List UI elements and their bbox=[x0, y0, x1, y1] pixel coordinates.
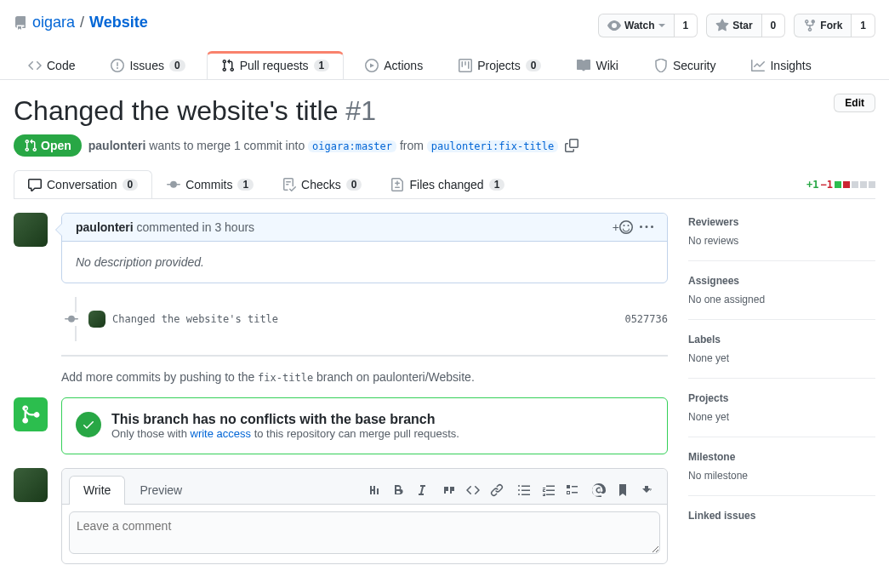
fork-button[interactable]: Fork bbox=[794, 14, 852, 37]
comment-icon bbox=[28, 178, 42, 191]
mention-icon[interactable] bbox=[592, 483, 606, 497]
projects-toggle[interactable]: Projects bbox=[688, 392, 875, 404]
tab-wiki[interactable]: Wiki bbox=[562, 51, 632, 79]
tab-issues[interactable]: Issues0 bbox=[96, 51, 199, 79]
base-branch[interactable]: oigara:master bbox=[308, 140, 396, 152]
projects-value: None yet bbox=[688, 411, 875, 423]
tab-conversation[interactable]: Conversation0 bbox=[14, 170, 152, 198]
star-count[interactable]: 0 bbox=[762, 14, 786, 37]
avatar[interactable] bbox=[88, 311, 105, 328]
tab-files[interactable]: Files changed1 bbox=[376, 170, 519, 198]
commit-icon bbox=[65, 312, 78, 326]
milestone-value: No milestone bbox=[688, 470, 875, 482]
project-icon bbox=[459, 59, 472, 72]
push-hint: Add more commits by pushing to the fix-t… bbox=[14, 370, 668, 384]
reply-icon[interactable] bbox=[640, 483, 653, 497]
file-diff-icon bbox=[390, 178, 404, 191]
merge-title: This branch has no conflicts with the ba… bbox=[111, 412, 459, 427]
repo-owner-link[interactable]: oigara bbox=[32, 14, 75, 31]
assignees-value: No one assigned bbox=[688, 294, 875, 305]
labels-toggle[interactable]: Labels bbox=[688, 334, 875, 345]
quote-icon[interactable] bbox=[442, 483, 456, 497]
pull-request-icon bbox=[221, 59, 235, 72]
star-button[interactable]: Star bbox=[706, 14, 761, 37]
tab-security[interactable]: Security bbox=[640, 51, 731, 79]
comment-input[interactable] bbox=[69, 511, 660, 554]
assignees-toggle[interactable]: Assignees bbox=[688, 275, 875, 287]
pull-request-icon bbox=[24, 139, 37, 152]
tab-pulls[interactable]: Pull requests1 bbox=[207, 51, 345, 79]
caret-down-icon bbox=[658, 24, 665, 27]
tab-code[interactable]: Code bbox=[14, 51, 89, 79]
fork-icon bbox=[803, 19, 817, 32]
watch-button[interactable]: Watch bbox=[598, 14, 675, 37]
repo-title: oigara / Website bbox=[14, 14, 148, 31]
labels-value: None yet bbox=[688, 352, 875, 364]
repo-icon bbox=[14, 16, 27, 30]
tab-actions[interactable]: Actions bbox=[350, 51, 437, 79]
avatar[interactable] bbox=[14, 213, 48, 247]
star-icon bbox=[715, 19, 729, 32]
reviewers-value: No reviews bbox=[688, 235, 875, 247]
task-list-icon[interactable] bbox=[565, 483, 578, 497]
kebab-icon[interactable] bbox=[640, 220, 653, 234]
write-access-link[interactable]: write access bbox=[191, 427, 252, 440]
preview-tab[interactable]: Preview bbox=[125, 476, 197, 504]
watch-count[interactable]: 1 bbox=[675, 14, 698, 37]
book-icon bbox=[577, 59, 590, 72]
tab-commits[interactable]: Commits1 bbox=[152, 170, 268, 198]
merge-desc: Only those with write access to this rep… bbox=[111, 427, 459, 440]
comment-author[interactable]: paulonteri bbox=[76, 220, 134, 234]
write-tab[interactable]: Write bbox=[69, 476, 125, 505]
bookmark-icon[interactable] bbox=[616, 483, 630, 497]
tab-insights[interactable]: Insights bbox=[737, 51, 825, 79]
reviewers-toggle[interactable]: Reviewers bbox=[688, 216, 875, 228]
copy-icon[interactable] bbox=[565, 139, 578, 152]
number-list-icon[interactable] bbox=[541, 483, 555, 497]
smiley-icon bbox=[619, 220, 633, 234]
commit-message[interactable]: Changed the website's title bbox=[112, 313, 618, 325]
avatar[interactable] bbox=[14, 468, 48, 502]
head-branch[interactable]: paulonteri:fix-title bbox=[427, 140, 559, 152]
tab-checks[interactable]: Checks0 bbox=[268, 170, 376, 198]
bullet-list-icon[interactable] bbox=[517, 483, 531, 497]
commit-icon bbox=[167, 178, 180, 191]
code-icon[interactable] bbox=[466, 483, 480, 497]
add-reaction-button[interactable]: + bbox=[613, 220, 633, 234]
checklist-icon bbox=[282, 178, 296, 191]
pr-author[interactable]: paulonteri bbox=[88, 139, 146, 152]
pr-state-badge: Open bbox=[14, 134, 82, 157]
merge-badge bbox=[14, 397, 48, 431]
eye-icon bbox=[607, 19, 621, 32]
repo-name-link[interactable]: Website bbox=[89, 14, 148, 31]
heading-icon[interactable] bbox=[368, 483, 381, 497]
edit-button[interactable]: Edit bbox=[834, 94, 875, 112]
code-icon bbox=[28, 59, 42, 72]
fork-count[interactable]: 1 bbox=[852, 14, 875, 37]
pr-title: Changed the website's title #1 bbox=[14, 94, 376, 128]
issue-icon bbox=[111, 59, 124, 72]
check-icon bbox=[76, 412, 101, 437]
tab-projects[interactable]: Projects0 bbox=[444, 51, 556, 79]
milestone-toggle[interactable]: Milestone bbox=[688, 451, 875, 463]
comment-body: No description provided. bbox=[62, 242, 667, 283]
commit-sha[interactable]: 0527736 bbox=[624, 313, 668, 325]
shield-icon bbox=[654, 59, 668, 72]
link-icon[interactable] bbox=[490, 483, 504, 497]
graph-icon bbox=[751, 59, 765, 72]
play-icon bbox=[365, 59, 379, 72]
linked-issues-toggle[interactable]: Linked issues bbox=[688, 510, 875, 522]
diffstat: +1 −1 bbox=[806, 179, 875, 191]
italic-icon[interactable] bbox=[415, 483, 429, 497]
bold-icon[interactable] bbox=[391, 483, 405, 497]
git-merge-icon bbox=[20, 404, 41, 425]
